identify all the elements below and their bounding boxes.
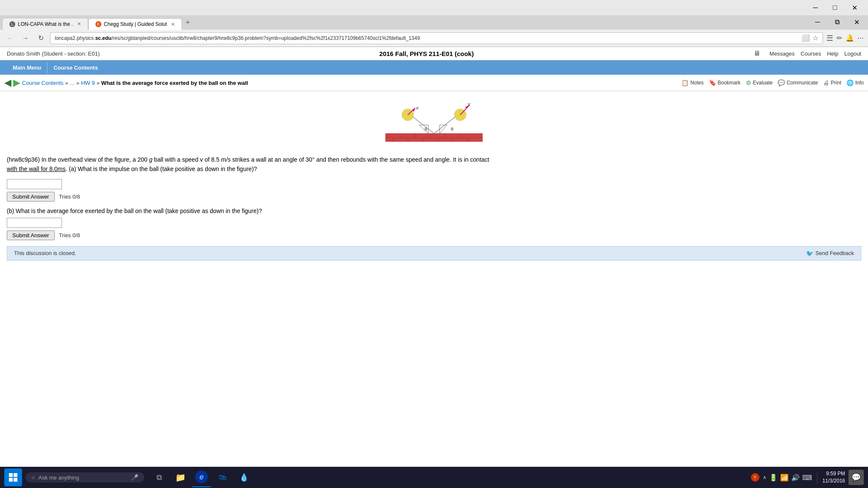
profile-icon[interactable]: 🔔 <box>846 34 854 42</box>
breadcrumb-bar: ◀ ▶ Course Contents » ... » HW 9 » What … <box>0 75 868 91</box>
breadcrumb-course-contents[interactable]: Course Contents <box>22 80 64 86</box>
tab-loncapa[interactable]: L LON-CAPA What is the . ✕ <box>2 18 88 30</box>
breadcrumb-current: What is the average force exerted by the… <box>101 80 248 86</box>
part-a-submit-row: Submit Answer Tries 0/8 <box>7 192 861 202</box>
taskbar-search-placeholder: Ask me anything <box>38 474 79 481</box>
url-box[interactable]: loncapa2.physics.sc.edu/res/sc/gblanpied… <box>50 32 823 44</box>
part-b-submit-button[interactable]: Submit Answer <box>7 230 55 240</box>
part-b-label: (b) What is the average force exerted by… <box>7 208 861 214</box>
breadcrumb-forward-arrow[interactable]: ▶ <box>13 77 20 88</box>
feedback-icon: 🐦 <box>806 250 813 257</box>
page-toolbar: 📋 Notes 🔖 Bookmark ⚙ Evaluate 💬 Communic… <box>681 79 864 86</box>
app-header: Donato Smith (Student - section: E01) 20… <box>0 47 868 60</box>
course-title: 2016 Fall, PHYS 211-E01 (cook) <box>379 50 474 57</box>
browser-close-button[interactable]: ✕ <box>847 14 866 30</box>
store-button[interactable]: 🛍 <box>213 468 232 487</box>
keyboard-icon: ⌨ <box>802 474 812 482</box>
taskbar-search-bar[interactable]: ○ Ask me anything 🎤 <box>25 472 144 482</box>
tab-chegg-close[interactable]: ✕ <box>171 22 175 27</box>
breadcrumb: ◀ ▶ Course Contents » ... » HW 9 » What … <box>4 77 248 88</box>
help-link[interactable]: Help <box>827 50 838 57</box>
evaluate-icon: ⚙ <box>746 79 751 86</box>
battery-icon: 🔋 <box>769 474 778 482</box>
part-a-section: Submit Answer Tries 0/8 <box>7 179 861 202</box>
info-tool[interactable]: 🌐 Info <box>846 79 864 86</box>
ie-browser-button[interactable]: e <box>192 468 211 487</box>
tab-bar: L LON-CAPA What is the . ✕ C Chegg Study… <box>0 15 868 30</box>
part-a-input[interactable] <box>7 179 62 189</box>
evaluate-tool[interactable]: ⚙ Evaluate <box>746 79 773 86</box>
chat-icon: 💬 <box>851 473 861 482</box>
communicate-tool[interactable]: 💬 Communicate <box>778 79 818 86</box>
logout-link[interactable]: Logout <box>844 50 861 57</box>
system-tray-icons: ∧ 🔋 📶 🔊 ⌨ <box>763 474 812 482</box>
windows-logo-icon <box>8 472 18 482</box>
notes-label: Notes <box>690 80 703 86</box>
print-tool[interactable]: 🖨 Print <box>823 79 841 86</box>
back-button[interactable]: ← <box>4 32 16 44</box>
bookmark-tool[interactable]: 🔖 Bookmark <box>709 79 741 86</box>
forward-button[interactable]: → <box>20 32 31 44</box>
username: Donato Smith <box>7 50 40 57</box>
svg-rect-28 <box>9 473 13 477</box>
part-a-submit-button[interactable]: Submit Answer <box>7 192 55 202</box>
speed-unit: m/s <box>221 156 231 163</box>
communicate-label: Communicate <box>787 80 818 86</box>
wifi-icon: 📶 <box>780 474 789 482</box>
taskbar-app-icons: ⧉ 📁 e 🛍 💧 <box>149 468 254 487</box>
start-button[interactable] <box>4 468 22 486</box>
breadcrumb-sep1: » <box>65 80 68 86</box>
volume-icon: 🔊 <box>791 474 800 482</box>
dropbox-button[interactable]: 💧 <box>234 468 254 487</box>
feedback-bar: This discussion is closed. 🐦 Send Feedba… <box>7 246 861 261</box>
up-arrow-icon[interactable]: ∧ <box>763 474 767 480</box>
info-icon: 🌐 <box>846 79 854 86</box>
breadcrumb-back-arrow[interactable]: ◀ <box>4 77 11 88</box>
part-b-tries: Tries 0/8 <box>59 232 80 238</box>
problem-body2: strikes a wall at an angle of 30° and th… <box>231 156 490 163</box>
send-feedback-link[interactable]: 🐦 Send Feedback <box>806 250 854 257</box>
task-view-button[interactable]: ⧉ <box>149 468 169 487</box>
problem-body1: ball with a speed v of 8.5 <box>152 156 221 163</box>
close-button[interactable]: ✕ <box>845 0 864 15</box>
courses-link[interactable]: Courses <box>801 50 821 57</box>
favorites-icon[interactable]: ☆ <box>812 34 818 42</box>
chegg-tab-icon: C <box>95 21 101 27</box>
messages-link[interactable]: Messages <box>770 50 795 57</box>
taskbar-search-icon: ○ <box>31 474 35 481</box>
minimize-button[interactable]: ─ <box>806 0 825 15</box>
header-nav: 🖥 Messages Courses Help Logout <box>753 50 861 57</box>
browser-chrome: ─ □ ✕ L LON-CAPA What is the . ✕ C Chegg… <box>0 0 868 47</box>
tab-loncapa-close[interactable]: ✕ <box>77 21 81 27</box>
notification-badge: !! <box>751 473 759 482</box>
main-menu-nav[interactable]: Main Menu <box>7 62 48 73</box>
browser-minimize-button[interactable]: ─ <box>808 14 827 30</box>
file-explorer-button[interactable]: 📁 <box>171 468 190 487</box>
tab-chegg[interactable]: C Chegg Study | Guided Solut ✕ <box>88 18 182 30</box>
edit-icon[interactable]: ✏ <box>837 34 842 42</box>
svg-rect-29 <box>14 473 17 477</box>
discussion-closed-text: This discussion is closed. <box>14 250 76 256</box>
notes-tool[interactable]: 📋 Notes <box>681 79 703 86</box>
taskbar-mic-icon[interactable]: 🎤 <box>131 474 138 481</box>
taskbar-right: !! ∧ 🔋 📶 🔊 ⌨ 9:59 PM 11/3/2016 💬 <box>751 470 864 485</box>
user-role: (Student - section: E01) <box>42 50 100 57</box>
print-label: Print <box>831 80 841 86</box>
breadcrumb-hw9[interactable]: HW 9 <box>81 80 95 86</box>
taskbar-clock[interactable]: 9:59 PM 11/3/2016 <box>823 470 845 485</box>
part-b-input[interactable] <box>7 218 62 228</box>
more-icon[interactable]: ··· <box>857 34 864 42</box>
action-center-button[interactable]: 💬 <box>848 470 864 485</box>
settings-hub-icon[interactable]: ☰ <box>826 34 833 43</box>
bookmark-label: Bookmark <box>718 80 741 86</box>
new-tab-button[interactable]: + <box>182 18 193 27</box>
maximize-button[interactable]: □ <box>826 0 844 15</box>
course-contents-nav[interactable]: Course Contents <box>48 62 104 73</box>
breadcrumb-ellipsis[interactable]: ... <box>70 80 75 86</box>
browser-restore-button[interactable]: ⧉ <box>828 14 846 30</box>
contact-time-underline: with the wall for 8.0ms <box>7 165 66 172</box>
file-explorer-icon: 📁 <box>175 472 186 482</box>
refresh-button[interactable]: ↻ <box>35 32 47 44</box>
url-text: loncapa2.physics.sc.edu/res/sc/gblanpied… <box>55 35 801 41</box>
reading-mode-icon[interactable]: ⬜ <box>801 34 810 42</box>
